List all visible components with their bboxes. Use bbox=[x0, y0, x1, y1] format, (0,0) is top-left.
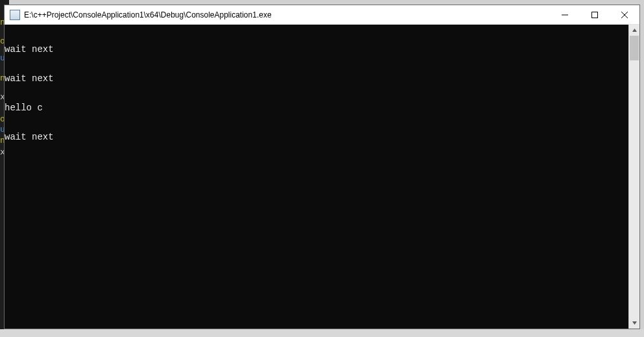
svg-marker-4 bbox=[632, 29, 637, 32]
scroll-down-button[interactable] bbox=[629, 318, 639, 329]
app-icon bbox=[10, 10, 20, 20]
vertical-scrollbar[interactable] bbox=[628, 25, 639, 329]
window-title: E:\c++Project\ConsoleApplication1\x64\De… bbox=[24, 10, 550, 19]
scroll-track[interactable] bbox=[629, 36, 639, 318]
scroll-thumb[interactable] bbox=[630, 36, 639, 60]
bottom-strip bbox=[0, 329, 644, 337]
svg-marker-5 bbox=[632, 321, 637, 325]
console-output[interactable]: wait next wait next hello c wait next bbox=[5, 25, 628, 329]
minimize-button[interactable] bbox=[550, 5, 580, 24]
console-line: wait next bbox=[5, 74, 628, 84]
close-button[interactable] bbox=[610, 5, 639, 24]
svg-rect-1 bbox=[592, 12, 598, 18]
console-line: hello c bbox=[5, 103, 628, 113]
maximize-button[interactable] bbox=[580, 5, 610, 24]
scroll-up-button[interactable] bbox=[629, 25, 639, 36]
console-line: wait next bbox=[5, 132, 628, 142]
client-area: wait next wait next hello c wait next bbox=[5, 25, 639, 329]
titlebar[interactable]: E:\c++Project\ConsoleApplication1\x64\De… bbox=[5, 5, 639, 25]
console-line: wait next bbox=[5, 45, 628, 55]
console-window: E:\c++Project\ConsoleApplication1\x64\De… bbox=[4, 5, 640, 329]
window-controls bbox=[550, 5, 639, 24]
